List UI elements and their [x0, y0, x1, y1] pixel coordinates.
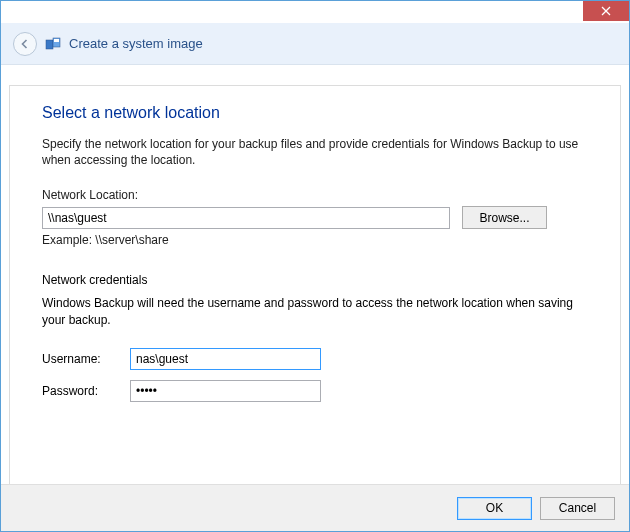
dialog-footer: OK Cancel — [1, 484, 629, 531]
content-area: Select a network location Specify the ne… — [1, 65, 629, 490]
ok-button[interactable]: OK — [457, 497, 532, 520]
page-heading: Select a network location — [42, 104, 588, 122]
system-image-icon — [45, 36, 61, 52]
dialog-window: Create a system image Select a network l… — [0, 0, 630, 532]
wizard-header: Create a system image — [1, 23, 629, 65]
browse-button[interactable]: Browse... — [462, 206, 547, 229]
example-text: Example: \\server\share — [42, 233, 588, 247]
username-input[interactable] — [130, 348, 321, 370]
arrow-left-icon — [20, 39, 30, 49]
credentials-heading: Network credentials — [42, 273, 588, 287]
username-label: Username: — [42, 352, 130, 366]
network-location-label: Network Location: — [42, 188, 588, 202]
content-panel: Select a network location Specify the ne… — [9, 85, 621, 490]
back-button[interactable] — [13, 32, 37, 56]
credentials-description: Windows Backup will need the username an… — [42, 295, 588, 327]
svg-rect-2 — [46, 40, 53, 49]
wizard-title: Create a system image — [69, 36, 203, 51]
close-icon — [601, 6, 611, 16]
password-label: Password: — [42, 384, 130, 398]
svg-rect-4 — [54, 39, 59, 42]
cancel-button[interactable]: Cancel — [540, 497, 615, 520]
close-button[interactable] — [583, 1, 629, 21]
page-description: Specify the network location for your ba… — [42, 136, 588, 168]
network-location-input[interactable] — [42, 207, 450, 229]
password-input[interactable] — [130, 380, 321, 402]
titlebar — [1, 1, 629, 23]
